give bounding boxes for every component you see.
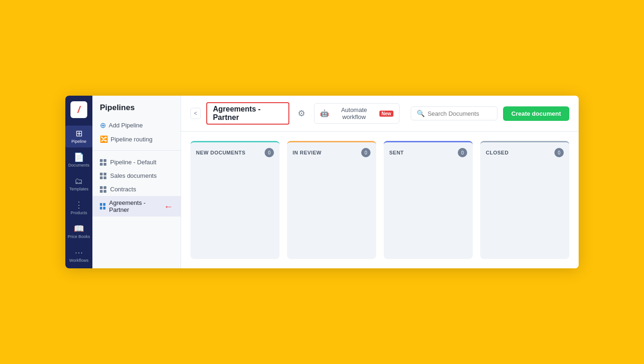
kanban-area: NEW DOCUMENTS 0 IN REVIEW 0 SENT 0 (181, 132, 579, 268)
main-content: < Agreements - Partner ⚙ 🤖 Automate work… (181, 96, 579, 268)
products-icon: ⋮ (75, 201, 83, 209)
create-document-button[interactable]: Create document (503, 106, 569, 121)
price-books-icon: 📖 (74, 224, 84, 233)
pipeline-icon: ⊞ (76, 129, 83, 138)
column-title-closed: CLOSED (486, 150, 509, 155)
kanban-col-header-sent: SENT 0 (389, 148, 467, 157)
arrow-annotation-icon: ← (164, 201, 173, 212)
column-title-in-review: IN REVIEW (293, 150, 322, 155)
sidebar-item-templates[interactable]: 🗂 Templates (65, 173, 92, 195)
logo-icon: / (77, 105, 80, 115)
sidebar-item-documents[interactable]: 📄 Documents (65, 149, 92, 171)
sidebar-item-workflows[interactable]: ⋯ Workflows (65, 245, 92, 266)
nav-item-agreements-partner[interactable]: Agreements - Partner ← (92, 196, 181, 217)
nav-item-pipeline-default[interactable]: Pipeline - Default (92, 155, 181, 169)
column-count-sent: 0 (458, 148, 467, 157)
page-title-box: Agreements - Partner (206, 102, 289, 125)
grid-icon-3 (100, 186, 106, 193)
pipelines-title: Pipelines (92, 103, 181, 118)
sidebar-icons: / ⊞ Pipeline 📄 Documents 🗂 Templates ⋮ P… (65, 96, 92, 268)
column-count-new-documents: 0 (265, 148, 274, 157)
kanban-column-sent: SENT 0 (384, 141, 473, 259)
grid-icon-2 (100, 173, 106, 179)
search-input[interactable] (427, 110, 491, 117)
routing-icon: 🔀 (100, 135, 108, 143)
settings-button[interactable]: ⚙ (295, 106, 308, 121)
pipeline-routing-action[interactable]: 🔀 Pipeline routing (92, 133, 181, 146)
kanban-col-header-in-review: IN REVIEW 0 (293, 148, 371, 157)
nav-divider (92, 150, 181, 151)
app-layout: / ⊞ Pipeline 📄 Documents 🗂 Templates ⋮ P… (65, 96, 579, 268)
kanban-column-new-documents: NEW DOCUMENTS 0 (190, 141, 280, 259)
sidebar-item-products[interactable]: ⋮ Products (65, 197, 92, 219)
page-title: Agreements - Partner (213, 105, 260, 121)
automate-workflow-button[interactable]: 🤖 Automate workflow New (314, 103, 399, 124)
documents-icon: 📄 (74, 153, 84, 161)
column-count-closed: 0 (554, 148, 564, 157)
app-window: / ⊞ Pipeline 📄 Documents 🗂 Templates ⋮ P… (65, 96, 579, 268)
kanban-column-in-review: IN REVIEW 0 (287, 141, 376, 259)
column-title-new-documents: NEW DOCUMENTS (196, 150, 245, 155)
kanban-col-header-new: NEW DOCUMENTS 0 (196, 148, 274, 157)
column-title-sent: SENT (389, 150, 404, 155)
search-box: 🔍 (411, 106, 497, 120)
grid-icon-4 (100, 203, 105, 210)
collapse-sidebar-button[interactable]: < (190, 108, 201, 119)
sidebar-item-pipeline[interactable]: ⊞ Pipeline (65, 126, 92, 147)
app-logo: / (70, 101, 87, 118)
kanban-column-closed: CLOSED 0 (480, 141, 569, 259)
sidebar-item-price-books[interactable]: 📖 Price Books (65, 221, 92, 243)
main-header: < Agreements - Partner ⚙ 🤖 Automate work… (181, 96, 579, 132)
left-panel: Pipelines ⊕ Add Pipeline 🔀 Pipeline rout… (92, 96, 181, 268)
automate-icon: 🤖 (320, 109, 329, 118)
kanban-col-header-closed: CLOSED 0 (486, 148, 564, 157)
new-badge: New (379, 111, 394, 117)
templates-icon: 🗂 (75, 177, 83, 185)
add-circle-icon: ⊕ (100, 121, 106, 130)
workflows-icon: ⋯ (75, 248, 83, 257)
grid-icon (100, 159, 106, 166)
add-pipeline-action[interactable]: ⊕ Add Pipeline (92, 118, 181, 133)
search-icon: 🔍 (417, 110, 425, 117)
nav-item-sales-documents[interactable]: Sales documents (92, 169, 181, 182)
nav-item-contracts[interactable]: Contracts (92, 182, 181, 196)
gear-icon: ⚙ (298, 108, 305, 119)
column-count-in-review: 0 (361, 148, 371, 157)
